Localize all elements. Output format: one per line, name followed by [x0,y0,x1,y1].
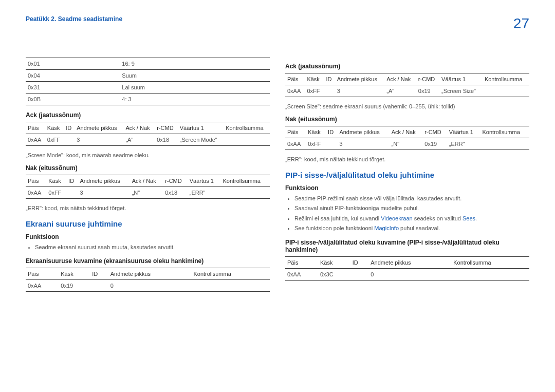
nak-note: „ERR": kood, mis näitab tekkinud tõrget. [26,205,270,211]
nak-table-r: PäisKäskIDAndmete pikkusAck / Nakr-CMDVä… [285,126,529,150]
nak-note-r: „ERR": kood, mis näitab tekkinud tõrget. [285,156,529,162]
nak-table: PäisKäskIDAndmete pikkusAck / Nakr-CMDVä… [26,175,270,199]
left-column: 0x0116: 9 0x04Suum 0x31Lai suum 0x0B4: 3… [26,58,270,298]
function-heading-r: Funktsioon [285,184,529,192]
ack-table: PäisKäskIDAndmete pikkusAck / Nakr-CMDVä… [26,122,270,146]
magicinfo-key: MagicInfo [374,225,399,231]
ack-table-r: PäisKäskIDAndmete pikkusAck / Nakr-CMDVä… [285,73,529,97]
modes-table: 0x0116: 9 0x04Suum 0x31Lai suum 0x0B4: 3 [26,58,270,105]
sub-heading-r: PIP-i sisse-/väljalülitatud oleku kuvami… [285,239,529,253]
list-item: Seadme PIP-režiimi saab sisse või välja … [294,195,529,202]
nak-heading-r: Nak (eitussõnum) [285,116,529,123]
ack-heading: Ack (jaatussõnum) [285,63,529,70]
get-table-r: PäisKäskIDAndmete pikkusKontrollsumma 0x… [285,256,529,281]
right-column: Ack (jaatussõnum) PäisKäskIDAndmete pikk… [285,58,529,298]
section-screen-size: Ekraani suuruse juhtimine [26,219,270,228]
section-pip: PIP-i sisse-/väljalülitatud oleku juhtim… [285,171,529,179]
list-item: Režiimi ei saa juhtida, kui suvandi Vide… [294,215,529,222]
get-table: PäisKäskIDAndmete pikkusKontrollsumma 0x… [26,268,270,292]
function-heading: Funktsioon [26,233,270,240]
nak-heading: Nak (eitussõnum) [26,164,270,172]
ack-heading: Ack (jaatussõnum) [26,111,270,119]
chapter-title: Peatükk 2. Seadme seadistamine [26,15,122,23]
list-item: Seadme ekraani suurust saab muuta, kasut… [35,244,270,251]
function-bullets: Seadme ekraani suurust saab muuta, kasut… [26,244,270,251]
function-bullets-r: Seadme PIP-režiimi saab sisse või välja … [285,195,529,233]
sub-heading: Ekraanisuuruse kuvamine (ekraanisuuruse … [26,257,270,265]
ack-note-r: „Screen Size": seadme ekraani suurus (va… [285,103,529,109]
list-item: Saadaval ainult PIP-funktsiooniga mudeli… [294,204,529,212]
ack-note: „Screen Mode": kood, mis määrab seadme o… [26,152,270,158]
on-key: Sees [462,215,475,221]
list-item: See funktsioon pole funktsiooni MagicInf… [294,225,529,232]
video-screen-key: Videoekraan [381,215,413,221]
page-number: 27 [513,15,529,32]
